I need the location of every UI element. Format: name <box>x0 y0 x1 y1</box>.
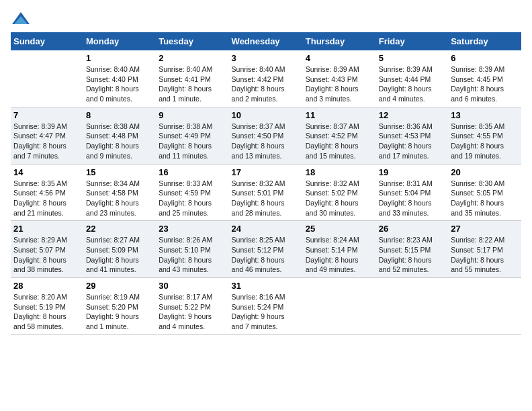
cell-3-2: 23Sunrise: 8:26 AM Sunset: 5:10 PM Dayli… <box>156 221 228 278</box>
day-info: Sunrise: 8:32 AM Sunset: 5:01 PM Dayligh… <box>232 179 300 218</box>
day-info: Sunrise: 8:39 AM Sunset: 4:44 PM Dayligh… <box>379 64 445 104</box>
day-number: 21 <box>13 224 81 234</box>
day-info: Sunrise: 8:35 AM Sunset: 4:55 PM Dayligh… <box>451 122 519 161</box>
cell-4-3: 31Sunrise: 8:16 AM Sunset: 5:24 PM Dayli… <box>229 278 303 335</box>
day-info: Sunrise: 8:39 AM Sunset: 4:47 PM Dayligh… <box>13 122 81 161</box>
day-number: 12 <box>379 110 445 120</box>
day-number: 30 <box>159 281 226 291</box>
day-info: Sunrise: 8:40 AM Sunset: 4:41 PM Dayligh… <box>159 64 226 104</box>
week-row-1: 7Sunrise: 8:39 AM Sunset: 4:47 PM Daylig… <box>11 107 521 164</box>
cell-0-3: 3Sunrise: 8:40 AM Sunset: 4:42 PM Daylig… <box>229 50 303 107</box>
day-number: 5 <box>379 53 445 63</box>
cell-4-6 <box>448 278 521 335</box>
day-info: Sunrise: 8:34 AM Sunset: 4:58 PM Dayligh… <box>86 179 153 218</box>
week-row-4: 28Sunrise: 8:20 AM Sunset: 5:19 PM Dayli… <box>11 278 521 335</box>
cell-0-5: 5Sunrise: 8:39 AM Sunset: 4:44 PM Daylig… <box>376 50 448 107</box>
header-friday: Friday <box>376 32 448 50</box>
day-number: 24 <box>232 224 300 234</box>
day-number: 26 <box>379 224 445 234</box>
day-info: Sunrise: 8:27 AM Sunset: 5:09 PM Dayligh… <box>86 235 153 275</box>
day-info: Sunrise: 8:39 AM Sunset: 4:45 PM Dayligh… <box>451 64 519 104</box>
cell-0-1: 1Sunrise: 8:40 AM Sunset: 4:40 PM Daylig… <box>83 50 156 107</box>
day-info: Sunrise: 8:32 AM Sunset: 5:02 PM Dayligh… <box>306 179 373 218</box>
day-number: 17 <box>232 167 300 177</box>
logo <box>11 11 34 27</box>
header-saturday: Saturday <box>448 32 521 50</box>
day-info: Sunrise: 8:29 AM Sunset: 5:07 PM Dayligh… <box>13 235 81 275</box>
header-thursday: Thursday <box>303 32 376 50</box>
cell-2-5: 19Sunrise: 8:31 AM Sunset: 5:04 PM Dayli… <box>376 164 448 221</box>
day-number: 3 <box>232 53 300 63</box>
header <box>11 11 521 27</box>
day-number: 29 <box>86 281 153 291</box>
day-number: 4 <box>306 53 373 63</box>
day-number: 9 <box>159 110 226 120</box>
day-number: 1 <box>86 53 153 63</box>
cell-1-5: 12Sunrise: 8:36 AM Sunset: 4:53 PM Dayli… <box>376 107 448 164</box>
day-number: 23 <box>159 224 226 234</box>
header-wednesday: Wednesday <box>229 32 303 50</box>
day-info: Sunrise: 8:25 AM Sunset: 5:12 PM Dayligh… <box>232 235 300 275</box>
day-info: Sunrise: 8:36 AM Sunset: 4:53 PM Dayligh… <box>379 122 445 161</box>
cell-2-0: 14Sunrise: 8:35 AM Sunset: 4:56 PM Dayli… <box>11 164 83 221</box>
day-number: 19 <box>379 167 445 177</box>
cell-3-3: 24Sunrise: 8:25 AM Sunset: 5:12 PM Dayli… <box>229 221 303 278</box>
day-info: Sunrise: 8:24 AM Sunset: 5:14 PM Dayligh… <box>306 235 373 275</box>
day-number: 27 <box>451 224 519 234</box>
cell-0-4: 4Sunrise: 8:39 AM Sunset: 4:43 PM Daylig… <box>303 50 376 107</box>
cell-4-5 <box>376 278 448 335</box>
day-number: 13 <box>451 110 519 120</box>
cell-1-6: 13Sunrise: 8:35 AM Sunset: 4:55 PM Dayli… <box>448 107 521 164</box>
week-row-3: 21Sunrise: 8:29 AM Sunset: 5:07 PM Dayli… <box>11 221 521 278</box>
cell-1-4: 11Sunrise: 8:37 AM Sunset: 4:52 PM Dayli… <box>303 107 376 164</box>
cell-4-2: 30Sunrise: 8:17 AM Sunset: 5:22 PM Dayli… <box>156 278 228 335</box>
cell-2-3: 17Sunrise: 8:32 AM Sunset: 5:01 PM Dayli… <box>229 164 303 221</box>
day-info: Sunrise: 8:37 AM Sunset: 4:52 PM Dayligh… <box>306 122 373 161</box>
header-sunday: Sunday <box>11 32 83 50</box>
week-row-0: 1Sunrise: 8:40 AM Sunset: 4:40 PM Daylig… <box>11 50 521 107</box>
cell-0-0 <box>11 50 83 107</box>
cell-3-0: 21Sunrise: 8:29 AM Sunset: 5:07 PM Dayli… <box>11 221 83 278</box>
cell-3-6: 27Sunrise: 8:22 AM Sunset: 5:17 PM Dayli… <box>448 221 521 278</box>
calendar-header-row: SundayMondayTuesdayWednesdayThursdayFrid… <box>11 32 521 50</box>
day-info: Sunrise: 8:26 AM Sunset: 5:10 PM Dayligh… <box>159 235 226 275</box>
day-number: 28 <box>13 281 81 291</box>
cell-4-1: 29Sunrise: 8:19 AM Sunset: 5:20 PM Dayli… <box>83 278 156 335</box>
day-number: 7 <box>13 110 81 120</box>
day-number: 25 <box>306 224 373 234</box>
cell-2-2: 16Sunrise: 8:33 AM Sunset: 4:59 PM Dayli… <box>156 164 228 221</box>
cell-4-4 <box>303 278 376 335</box>
header-tuesday: Tuesday <box>156 32 228 50</box>
day-info: Sunrise: 8:20 AM Sunset: 5:19 PM Dayligh… <box>13 292 81 332</box>
day-info: Sunrise: 8:33 AM Sunset: 4:59 PM Dayligh… <box>159 179 226 218</box>
day-number: 6 <box>451 53 519 63</box>
day-number: 15 <box>86 167 153 177</box>
day-info: Sunrise: 8:39 AM Sunset: 4:43 PM Dayligh… <box>306 64 373 104</box>
calendar-table: SundayMondayTuesdayWednesdayThursdayFrid… <box>11 32 521 335</box>
day-info: Sunrise: 8:17 AM Sunset: 5:22 PM Dayligh… <box>159 292 226 332</box>
day-info: Sunrise: 8:19 AM Sunset: 5:20 PM Dayligh… <box>86 292 153 332</box>
day-info: Sunrise: 8:16 AM Sunset: 5:24 PM Dayligh… <box>232 292 300 332</box>
day-number: 11 <box>306 110 373 120</box>
cell-0-6: 6Sunrise: 8:39 AM Sunset: 4:45 PM Daylig… <box>448 50 521 107</box>
day-info: Sunrise: 8:37 AM Sunset: 4:50 PM Dayligh… <box>232 122 300 161</box>
cell-2-4: 18Sunrise: 8:32 AM Sunset: 5:02 PM Dayli… <box>303 164 376 221</box>
day-info: Sunrise: 8:40 AM Sunset: 4:42 PM Dayligh… <box>232 64 300 104</box>
cell-1-2: 9Sunrise: 8:38 AM Sunset: 4:49 PM Daylig… <box>156 107 228 164</box>
cell-2-1: 15Sunrise: 8:34 AM Sunset: 4:58 PM Dayli… <box>83 164 156 221</box>
day-info: Sunrise: 8:40 AM Sunset: 4:40 PM Dayligh… <box>86 64 153 104</box>
header-monday: Monday <box>83 32 156 50</box>
day-number: 8 <box>86 110 153 120</box>
day-info: Sunrise: 8:38 AM Sunset: 4:49 PM Dayligh… <box>159 122 226 161</box>
day-info: Sunrise: 8:30 AM Sunset: 5:05 PM Dayligh… <box>451 179 519 218</box>
day-info: Sunrise: 8:35 AM Sunset: 4:56 PM Dayligh… <box>13 179 81 218</box>
day-info: Sunrise: 8:31 AM Sunset: 5:04 PM Dayligh… <box>379 179 445 218</box>
cell-3-1: 22Sunrise: 8:27 AM Sunset: 5:09 PM Dayli… <box>83 221 156 278</box>
day-number: 20 <box>451 167 519 177</box>
day-number: 2 <box>159 53 226 63</box>
cell-3-4: 25Sunrise: 8:24 AM Sunset: 5:14 PM Dayli… <box>303 221 376 278</box>
cell-1-3: 10Sunrise: 8:37 AM Sunset: 4:50 PM Dayli… <box>229 107 303 164</box>
day-info: Sunrise: 8:23 AM Sunset: 5:15 PM Dayligh… <box>379 235 445 275</box>
day-number: 10 <box>232 110 300 120</box>
cell-0-2: 2Sunrise: 8:40 AM Sunset: 4:41 PM Daylig… <box>156 50 228 107</box>
